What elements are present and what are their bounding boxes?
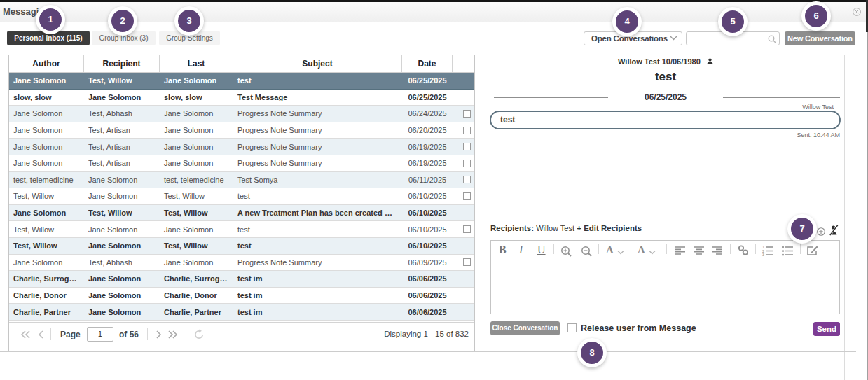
svg-text:3: 3 (762, 253, 764, 256)
